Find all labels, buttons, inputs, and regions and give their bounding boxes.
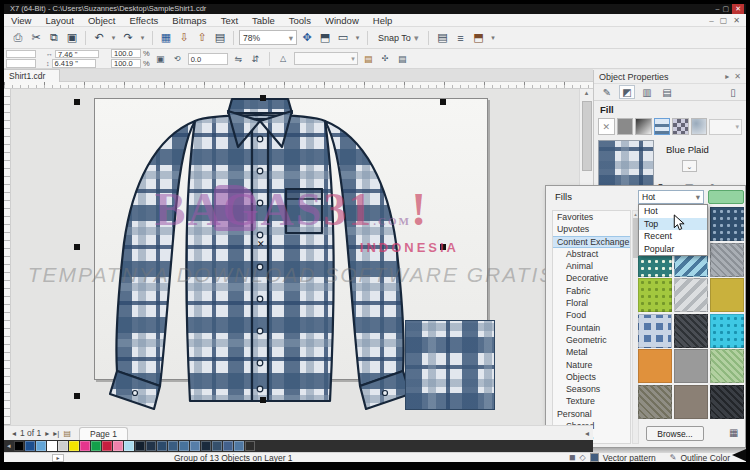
tab-outline[interactable]: ✎ — [599, 85, 615, 99]
palette-color-21[interactable] — [245, 441, 255, 451]
more-fill-types-select[interactable]: ▾ — [709, 119, 742, 135]
page-tab[interactable]: Page 1 — [79, 427, 128, 440]
app-launcher-icon[interactable]: ▤ — [212, 30, 228, 46]
category-objects[interactable]: Objects — [553, 371, 630, 383]
docker-close-icon[interactable]: ✕ — [734, 72, 741, 81]
sort-dropdown[interactable]: Hot ▾ — [638, 190, 704, 204]
undo-dropdown-icon[interactable]: ▾ — [109, 30, 118, 46]
selection-handle[interactable] — [260, 397, 266, 403]
menu-view[interactable]: View — [4, 15, 38, 26]
sort-option-recent[interactable]: Recent — [639, 230, 707, 243]
category-fabric[interactable]: Fabric — [553, 285, 630, 297]
category-fountain[interactable]: Fountain — [553, 322, 630, 334]
palette-color-8[interactable] — [102, 441, 112, 451]
add-page-icon[interactable]: ▤ — [63, 429, 71, 438]
browse-button[interactable]: Browse... — [646, 426, 704, 441]
palette-color-12[interactable] — [146, 441, 156, 451]
fill-swatch-navy-floral[interactable] — [710, 207, 744, 241]
menu-window[interactable]: Window — [318, 15, 366, 26]
category-floral[interactable]: Floral — [553, 297, 630, 309]
copy-icon[interactable]: ⧉ — [46, 30, 62, 46]
rulers-dropdown-icon[interactable]: ▾ — [353, 30, 362, 46]
menu-help[interactable]: Help — [366, 15, 400, 26]
fill-swatch-warm-gray[interactable] — [674, 349, 708, 383]
menu-table[interactable]: Table — [245, 15, 282, 26]
selection-handle[interactable] — [74, 244, 80, 250]
palette-color-13[interactable] — [157, 441, 167, 451]
palette-color-10[interactable] — [124, 441, 134, 451]
paste-icon[interactable]: ▣ — [64, 30, 80, 46]
application-settings-icon[interactable]: ≡ — [452, 30, 468, 46]
selection-handle[interactable] — [74, 393, 80, 399]
texture-fill-button[interactable] — [691, 118, 708, 135]
horizontal-ruler[interactable] — [4, 82, 593, 89]
plaid-tile-sample[interactable] — [405, 320, 495, 410]
scroll-up-icon[interactable]: ▴ — [580, 89, 593, 97]
category-nature[interactable]: Nature — [553, 359, 630, 371]
doc-restore-button[interactable]: ▢ — [720, 16, 728, 25]
docker-flyout-icon[interactable]: ▸ — [725, 72, 729, 81]
shirt-artwork[interactable] — [60, 93, 460, 423]
palette-color-20[interactable] — [234, 441, 244, 451]
palette-color-2[interactable] — [36, 441, 46, 451]
category-geometric[interactable]: Geometric — [553, 334, 630, 346]
palette-color-19[interactable] — [223, 441, 233, 451]
vertical-scroll-thumb[interactable] — [582, 101, 592, 171]
object-origin-field-1[interactable] — [6, 50, 36, 59]
selection-handle[interactable] — [440, 244, 446, 250]
palette-color-9[interactable] — [113, 441, 123, 451]
object-origin-field-2[interactable] — [6, 59, 36, 68]
scale-y-field[interactable]: 100.0 — [111, 59, 141, 68]
menu-text[interactable]: Text — [214, 15, 245, 26]
minimize-button[interactable]: – — [716, 4, 720, 14]
palette-color-18[interactable] — [212, 441, 222, 451]
no-fill-button[interactable]: ✕ — [598, 118, 615, 135]
palette-color-14[interactable] — [168, 441, 178, 451]
category-upvotes[interactable]: Upvotes — [553, 223, 630, 235]
redo-dropdown-icon[interactable]: ▾ — [138, 30, 147, 46]
category-abstract[interactable]: Abstract — [553, 248, 630, 260]
menu-effects[interactable]: Effects — [122, 15, 165, 26]
palette-color-3[interactable] — [47, 441, 57, 451]
hscroll-left-icon[interactable]: ◂ — [585, 429, 593, 438]
layer-flyout-icon[interactable]: ▸ — [52, 454, 64, 462]
fountain-fill-button[interactable] — [635, 118, 652, 135]
last-page-icon[interactable]: ▸| — [53, 429, 59, 438]
category-texture[interactable]: Texture — [553, 395, 630, 407]
fullscreen-preview-icon[interactable]: ⬒ — [317, 30, 333, 46]
palette-color-5[interactable] — [69, 441, 79, 451]
x-position-field[interactable]: 7.46 " — [55, 50, 99, 59]
doc-minimize-button[interactable]: – — [709, 16, 713, 25]
fill-swatch-taupe[interactable] — [674, 385, 708, 419]
uniform-fill-button[interactable] — [617, 118, 634, 135]
export-icon[interactable]: ⇧ — [194, 30, 210, 46]
vector-pattern-fill-button[interactable] — [654, 118, 671, 135]
fill-swatch-mustard[interactable] — [710, 278, 744, 312]
print-icon[interactable]: ⎙ — [10, 30, 26, 46]
pan-icon[interactable]: ✥ — [299, 30, 315, 46]
import-icon[interactable]: ⇩ — [176, 30, 192, 46]
wrap-text-icon[interactable]: ▤ — [362, 52, 375, 65]
show-rulers-icon[interactable]: ▭ — [335, 30, 351, 46]
vertical-ruler[interactable] — [4, 89, 11, 425]
category-food[interactable]: Food — [553, 309, 630, 321]
zoom-level-select[interactable]: 78% ▾ — [239, 30, 297, 45]
palette-color-15[interactable] — [179, 441, 189, 451]
tab-fill[interactable]: ◩ — [619, 85, 635, 99]
palette-color-7[interactable] — [91, 441, 101, 451]
fill-swatch-green-speckle[interactable] — [638, 278, 672, 312]
palette-color-11[interactable] — [135, 441, 145, 451]
palette-color-4[interactable] — [58, 441, 68, 451]
selection-center-marker[interactable]: ✕ — [257, 239, 265, 249]
palette-scroll-left-icon[interactable]: ◂ — [7, 442, 13, 450]
outline-width-select[interactable]: ▾ — [294, 52, 358, 65]
palette-color-0[interactable] — [14, 441, 24, 451]
settings-dropdown-icon[interactable]: ▾ — [488, 30, 497, 46]
first-page-icon[interactable]: ◂ — [12, 429, 16, 438]
bitmap-pattern-fill-button[interactable] — [672, 118, 689, 135]
tab-summary[interactable]: ▯ — [725, 85, 741, 99]
fill-swatch-dark-camo[interactable] — [674, 314, 708, 348]
convert-curves-icon[interactable]: ✣ — [379, 52, 392, 65]
next-page-icon[interactable]: ▸ — [45, 429, 49, 438]
options-icon[interactable]: ▤ — [434, 30, 450, 46]
